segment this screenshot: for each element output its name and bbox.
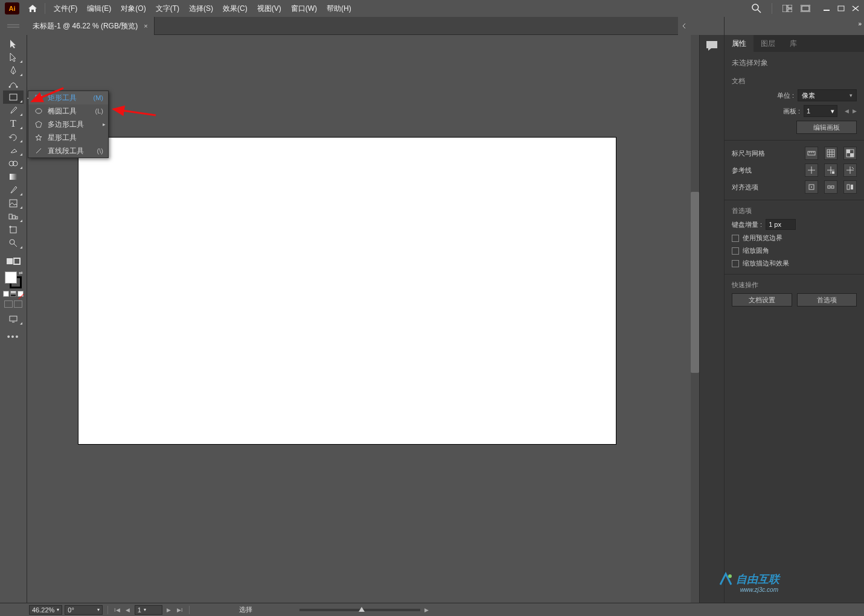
color-mode-gradient[interactable] (10, 291, 16, 297)
artboard-dropdown[interactable]: 1▾ (804, 105, 837, 117)
ruler-toggle[interactable] (805, 147, 818, 160)
workspace-button[interactable] (799, 2, 812, 15)
color-mode-solid[interactable] (3, 291, 9, 297)
rotation-dropdown[interactable]: 0° ▾ (65, 605, 103, 615)
swap-colors-icon[interactable]: ⇄ (19, 270, 23, 276)
shape-builder-tool[interactable] (3, 157, 24, 170)
guides-lock[interactable] (824, 164, 837, 177)
type-tool[interactable]: T (3, 117, 24, 130)
status-slider[interactable] (299, 609, 420, 611)
preferences-button[interactable]: 首选项 (797, 293, 857, 306)
draw-normal[interactable] (4, 300, 13, 308)
artboard[interactable] (78, 138, 616, 444)
first-artboard-button[interactable]: I◀ (113, 606, 121, 614)
flyout-ellipse-tool[interactable]: 椭圆工具 (L) (28, 104, 108, 118)
direct-selection-tool[interactable] (3, 51, 24, 64)
artboard-tool[interactable] (3, 223, 24, 237)
menu-edit[interactable]: 编辑(E) (82, 0, 116, 17)
checkbox-icon (732, 260, 739, 267)
width-tool[interactable] (3, 210, 24, 223)
draw-behind[interactable] (14, 300, 22, 308)
fill-stroke-toggle[interactable] (3, 255, 24, 268)
prev-artboard-button[interactable]: ◀ (124, 606, 132, 614)
preview-bounds-checkbox[interactable]: 使用预览边界 (732, 233, 857, 243)
grid-toggle[interactable] (824, 147, 837, 160)
canvas-area[interactable] (27, 35, 699, 603)
eyedropper-tool[interactable] (3, 183, 24, 197)
close-button[interactable] (852, 5, 860, 11)
next-artboard-button[interactable]: ▶ (165, 606, 173, 614)
paintbrush-tool[interactable] (3, 104, 24, 117)
scale-strokes-checkbox[interactable]: 缩放描边和效果 (732, 259, 857, 268)
guides-visibility[interactable] (805, 164, 818, 177)
zoom-level-dropdown[interactable]: 46.22%▾ (29, 605, 62, 615)
key-increment-input[interactable] (766, 219, 796, 230)
menu-help[interactable]: 帮助(H) (322, 0, 356, 17)
tab-properties[interactable]: 属性 (725, 35, 754, 52)
pen-tool[interactable] (3, 64, 24, 77)
gradient-tool[interactable] (3, 170, 24, 183)
zoom-tool[interactable] (3, 237, 24, 250)
doc-setup-button[interactable]: 文档设置 (732, 293, 792, 306)
slider-next[interactable]: ▶ (423, 606, 431, 614)
snap-pixel[interactable] (805, 180, 818, 194)
document-tab[interactable]: 未标题-1 @ 46.22 % (RGB/预览) × (27, 17, 155, 35)
screen-mode-button[interactable] (3, 313, 24, 326)
toolbar-grip[interactable] (0, 17, 27, 35)
fill-color[interactable] (5, 271, 17, 284)
maximize-button[interactable] (837, 5, 846, 11)
home-button[interactable] (24, 0, 41, 17)
snap-pixel-icon (807, 183, 816, 191)
menu-select[interactable]: 选择(S) (184, 0, 218, 17)
snap-point[interactable] (824, 180, 837, 194)
edit-toolbar-button[interactable]: ••• (7, 332, 20, 341)
color-mode-none[interactable] (18, 291, 24, 297)
svg-line-32 (32, 88, 63, 101)
flyout-line-tool[interactable]: 直线段工具 (\) (28, 144, 108, 157)
expand-tabs-button[interactable] (678, 17, 690, 35)
artboard-nav-value: 1 (138, 606, 141, 614)
rotate-tool[interactable] (3, 130, 24, 144)
tab-libraries[interactable]: 库 (782, 35, 804, 52)
comments-button[interactable] (705, 40, 718, 603)
curvature-tool[interactable] (3, 77, 24, 90)
selection-tool[interactable] (3, 37, 24, 51)
status-mode: 选择 (239, 605, 252, 614)
titlebar: Ai 文件(F) 编辑(E) 对象(O) 文字(T) 选择(S) 效果(C) 视… (0, 0, 864, 17)
place-tool[interactable] (3, 197, 24, 210)
vertical-scrollbar[interactable] (691, 35, 699, 603)
svg-rect-3 (788, 5, 792, 8)
menu-window[interactable]: 窗口(W) (286, 0, 322, 17)
slider-thumb[interactable] (359, 607, 365, 612)
tab-layers[interactable]: 图层 (754, 35, 782, 52)
arrange-docs-button[interactable] (781, 2, 794, 15)
last-artboard-button[interactable]: ▶I (176, 606, 184, 614)
transparency-grid-toggle[interactable] (843, 147, 857, 160)
menu-object[interactable]: 对象(O) (116, 0, 150, 17)
snap-grid[interactable] (843, 180, 857, 194)
scrollbar-thumb[interactable] (691, 192, 699, 373)
artboard-nav-dropdown[interactable]: 1▾ (135, 605, 162, 615)
menu-type[interactable]: 文字(T) (151, 0, 184, 17)
menu-effect[interactable]: 效果(C) (218, 0, 252, 17)
svg-rect-58 (851, 185, 853, 189)
smart-guides[interactable] (843, 164, 857, 177)
menu-file[interactable]: 文件(F) (49, 0, 82, 17)
flyout-polygon-tool[interactable]: 多边形工具 ▸ (28, 118, 108, 131)
edit-artboard-button[interactable]: 编辑画板 (796, 121, 857, 134)
color-swatch[interactable]: ⇄ (5, 271, 22, 288)
rectangle-tool[interactable] (3, 90, 24, 104)
close-tab-button[interactable]: × (144, 22, 147, 30)
scale-corners-checkbox[interactable]: 缩放圆角 (732, 246, 857, 255)
flyout-star-tool[interactable]: 星形工具 (28, 131, 108, 144)
svg-rect-2 (782, 5, 787, 12)
collapse-panel-button[interactable]: » (858, 21, 862, 27)
dock-grip[interactable] (690, 17, 700, 35)
artboard-nav[interactable]: ◀▶ (845, 108, 857, 114)
panel-grip[interactable]: » (724, 17, 864, 35)
search-button[interactable] (750, 2, 763, 15)
eraser-tool[interactable] (3, 144, 24, 157)
minimize-button[interactable] (823, 5, 831, 11)
menu-view[interactable]: 视图(V) (252, 0, 286, 17)
units-dropdown[interactable]: 像素▾ (798, 89, 857, 101)
